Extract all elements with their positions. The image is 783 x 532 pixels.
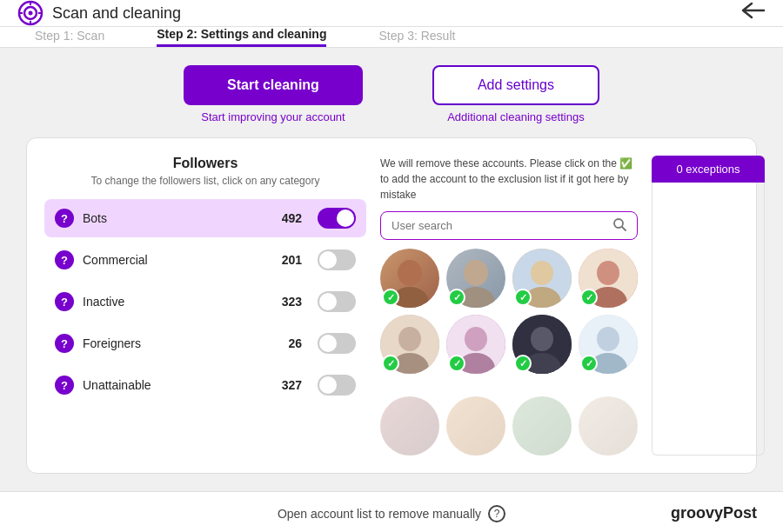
check-badge[interactable]: [448, 289, 465, 306]
check-badge[interactable]: [514, 355, 532, 372]
category-label: Unattainable: [83, 378, 273, 392]
category-label: Bots: [83, 211, 273, 225]
step3-tab[interactable]: Step 3: Result: [378, 29, 455, 46]
svg-point-23: [465, 327, 487, 351]
toggle-unattainable[interactable]: [318, 375, 356, 396]
steps-bar: Step 1: Scan Step 2: Settings and cleani…: [0, 27, 783, 48]
main-content: Start cleaning Start improving your acco…: [0, 48, 783, 491]
back-button[interactable]: [741, 1, 766, 25]
check-badge[interactable]: [382, 289, 399, 306]
category-label: Commercial: [83, 253, 273, 267]
svg-point-26: [531, 327, 553, 351]
exceptions-panel: 0 exceptions: [652, 156, 765, 456]
add-settings-group: Add settings Additional cleaning setting…: [432, 65, 599, 123]
user-avatar[interactable]: [512, 396, 572, 456]
help-icon-commercial[interactable]: ?: [55, 250, 74, 269]
add-subtitle: Additional cleaning settings: [447, 110, 585, 123]
user-avatar[interactable]: [579, 249, 638, 308]
main-card: Followers To change the followers list, …: [26, 137, 757, 474]
list-item[interactable]: ? Foreigners 26: [44, 324, 366, 362]
user-grid: [380, 249, 638, 374]
header: Scan and cleaning: [0, 0, 783, 27]
followers-subtitle: To change the followers list, click on a…: [44, 175, 366, 187]
help-icon-unattainable[interactable]: ?: [55, 376, 74, 395]
user-avatar[interactable]: [579, 396, 638, 456]
category-count: 201: [282, 253, 302, 267]
start-subtitle: Start improving your account: [201, 110, 345, 123]
toggle-inactive[interactable]: [318, 291, 356, 312]
manual-remove-link[interactable]: Open account list to remove manually: [278, 507, 481, 521]
app-title: Scan and cleaning: [52, 4, 181, 23]
category-label: Inactive: [83, 295, 273, 309]
help-icon-inactive[interactable]: ?: [55, 292, 74, 311]
svg-point-9: [398, 260, 422, 286]
add-settings-button[interactable]: Add settings: [432, 65, 599, 105]
svg-point-17: [597, 261, 619, 285]
toggle-bots[interactable]: [318, 208, 356, 229]
brand-logo: groovyPost: [671, 504, 757, 522]
list-item[interactable]: ? Unattainable 327: [44, 366, 366, 404]
step2-tab[interactable]: Step 2: Settings and cleaning: [157, 27, 326, 47]
help-icon-bots[interactable]: ?: [55, 209, 74, 228]
toggle-commercial[interactable]: [318, 249, 356, 270]
search-box: [380, 211, 638, 240]
check-badge[interactable]: [580, 289, 598, 306]
list-item[interactable]: ? Bots 492: [44, 199, 366, 237]
svg-point-14: [531, 261, 553, 285]
start-cleaning-group: Start cleaning Start improving your acco…: [184, 65, 363, 123]
notice-text: We will remove these accounts. Please cl…: [380, 156, 638, 203]
svg-point-11: [464, 260, 488, 286]
svg-line-8: [622, 227, 626, 230]
svg-point-29: [597, 327, 619, 351]
check-badge[interactable]: [382, 355, 399, 372]
svg-point-20: [398, 327, 421, 351]
user-avatar[interactable]: [446, 315, 505, 374]
toggle-foreigners[interactable]: [318, 333, 356, 354]
user-avatar[interactable]: [446, 396, 505, 456]
category-count: 492: [282, 211, 302, 225]
users-panel: We will remove these accounts. Please cl…: [380, 156, 638, 456]
user-avatar[interactable]: [380, 396, 439, 456]
partial-user-grid: [380, 396, 638, 456]
category-count: 26: [288, 336, 302, 350]
search-icon: [612, 217, 626, 234]
user-avatar[interactable]: [512, 315, 572, 374]
avatar-image: [579, 396, 638, 456]
check-badge[interactable]: [514, 289, 532, 306]
list-item[interactable]: ? Inactive 323: [44, 283, 366, 321]
exceptions-header: 0 exceptions: [652, 156, 765, 183]
help-icon-foreigners[interactable]: ?: [55, 334, 74, 353]
user-avatar[interactable]: [380, 249, 439, 308]
check-badge[interactable]: [580, 355, 598, 372]
user-avatar[interactable]: [512, 249, 572, 308]
category-count: 327: [282, 378, 302, 392]
footer-center: Open account list to remove manually ?: [270, 505, 513, 522]
svg-point-2: [29, 11, 33, 16]
header-left: Scan and cleaning: [17, 0, 181, 26]
search-input[interactable]: [392, 219, 606, 232]
avatar-image: [446, 396, 505, 456]
followers-title: Followers: [44, 156, 366, 171]
user-avatar[interactable]: [446, 249, 505, 308]
user-avatar[interactable]: [579, 315, 638, 374]
target-icon: [17, 0, 44, 26]
avatar-image: [380, 396, 439, 456]
start-cleaning-button[interactable]: Start cleaning: [184, 65, 363, 105]
action-row: Start cleaning Start improving your acco…: [26, 65, 757, 123]
avatar-image: [512, 396, 572, 456]
followers-panel: Followers To change the followers list, …: [44, 156, 366, 456]
category-count: 323: [282, 295, 302, 309]
step1-tab[interactable]: Step 1: Scan: [35, 29, 104, 46]
help-circle-icon[interactable]: ?: [488, 505, 505, 522]
footer: Open account list to remove manually ? g…: [0, 491, 783, 532]
category-label: Foreigners: [83, 336, 279, 350]
check-badge[interactable]: [448, 355, 465, 372]
user-avatar[interactable]: [380, 315, 439, 374]
exceptions-body: [652, 183, 765, 456]
list-item[interactable]: ? Commercial 201: [44, 241, 366, 279]
